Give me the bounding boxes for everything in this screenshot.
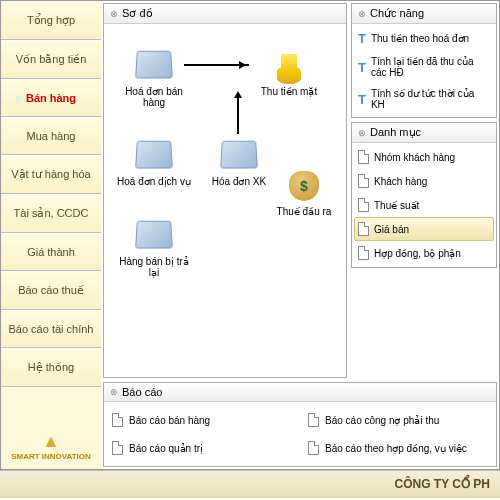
report-item[interactable]: Báo cáo bán hàng — [110, 408, 294, 432]
document-icon — [308, 441, 319, 455]
nav-vattu[interactable]: Vật tư hàng hóa — [1, 155, 101, 194]
nav-baocaotc[interactable]: Báo cáo tài chính — [1, 310, 101, 348]
folder-icon — [135, 141, 173, 169]
arrow-icon — [184, 64, 249, 66]
document-icon — [358, 150, 369, 164]
node-thue-daura[interactable]: Thuế đầu ra — [264, 164, 344, 217]
report-item[interactable]: Báo cáo công nợ phải thu — [306, 408, 490, 432]
diagram-panel: ⊗ Sơ đồ Hoá đơn bán hàng Thu tiền mặt Ho… — [103, 3, 347, 378]
report-item[interactable]: Báo cáo theo hợp đồng, vụ việc — [306, 436, 490, 460]
nav-tonghop[interactable]: Tổng hợp — [1, 1, 101, 40]
danhmuc-item[interactable]: Hợp đồng, bộ phận — [354, 241, 494, 265]
danhmuc-item[interactable]: Khách hàng — [354, 169, 494, 193]
danhmuc-item[interactable]: Thuế suất — [354, 193, 494, 217]
node-hoadon-banhang[interactable]: Hoá đơn bán hàng — [114, 44, 194, 108]
arrow-icon — [237, 94, 239, 134]
document-icon — [358, 174, 369, 188]
document-icon — [308, 413, 319, 427]
logo-icon: ▲ — [5, 431, 97, 452]
action-icon: T — [358, 31, 366, 46]
nav-taisan[interactable]: Tài sản, CCDC — [1, 194, 101, 233]
chevron-icon: ⊗ — [110, 387, 118, 397]
baocao-header[interactable]: ⊗ Báo cáo — [104, 383, 496, 402]
chucnang-item[interactable]: TTính lại tiền đã thu của các HĐ — [354, 51, 494, 83]
danhmuc-panel: ⊗ Danh mục Nhóm khách hàng Khách hàng Th… — [351, 122, 497, 268]
folder-icon — [135, 51, 173, 79]
nav-giathanh[interactable]: Giá thành — [1, 233, 101, 271]
danhmuc-title: Danh mục — [370, 126, 421, 139]
document-icon — [358, 198, 369, 212]
diagram-title: Sơ đồ — [122, 7, 153, 20]
node-thutienmat[interactable]: Thu tiền mặt — [249, 44, 329, 97]
diagram-header[interactable]: ⊗ Sơ đồ — [104, 4, 346, 24]
sidebar: Tổng hợp Vốn bằng tiền Bán hàng Mua hàng… — [1, 1, 101, 469]
danhmuc-header[interactable]: ⊗ Danh mục — [352, 123, 496, 143]
report-item[interactable]: Báo cáo quản trị — [110, 436, 294, 460]
nav-muahang[interactable]: Mua hàng — [1, 117, 101, 155]
chucnang-item[interactable]: TTính số dư tức thời của KH — [354, 83, 494, 115]
chucnang-header[interactable]: ⊗ Chức năng — [352, 4, 496, 24]
document-icon — [112, 441, 123, 455]
nav-hethong[interactable]: Hệ thống — [1, 348, 101, 387]
chevron-icon: ⊗ — [358, 128, 366, 138]
document-icon — [112, 413, 123, 427]
danhmuc-item[interactable]: Nhóm khách hàng — [354, 145, 494, 169]
folder-icon — [135, 221, 173, 249]
chucnang-item[interactable]: TThu tiền theo hoá đơn — [354, 26, 494, 51]
nav-baocaothue[interactable]: Báo cáo thuế — [1, 271, 101, 310]
action-icon: T — [358, 60, 366, 75]
chucnang-title: Chức năng — [370, 7, 424, 20]
footer: CÔNG TY CỔ PH — [0, 470, 500, 498]
money-bag-icon — [289, 171, 319, 201]
nav-vonbangtien[interactable]: Vốn bằng tiền — [1, 40, 101, 79]
chevron-icon: ⊗ — [358, 9, 366, 19]
document-icon — [358, 222, 369, 236]
danhmuc-item-selected[interactable]: Giá bán — [354, 217, 494, 241]
node-hoadon-dichvu[interactable]: Hoá đơn dịch vụ — [114, 134, 194, 187]
chevron-icon: ⊗ — [110, 9, 118, 19]
document-icon — [358, 246, 369, 260]
coins-icon — [269, 44, 309, 84]
action-icon: T — [358, 92, 366, 107]
nav-banhang[interactable]: Bán hàng — [1, 79, 101, 117]
baocao-title: Báo cáo — [122, 386, 162, 398]
chucnang-panel: ⊗ Chức năng TThu tiền theo hoá đơn TTính… — [351, 3, 497, 118]
node-hangban-tralai[interactable]: Hàng bán bị trả lại — [114, 214, 194, 278]
logo-text: SMART INNOVATION — [5, 452, 97, 461]
folder-icon — [220, 141, 258, 169]
logo: ▲ SMART INNOVATION — [1, 423, 101, 469]
baocao-panel: ⊗ Báo cáo Báo cáo bán hàng Báo cáo công … — [103, 382, 497, 467]
